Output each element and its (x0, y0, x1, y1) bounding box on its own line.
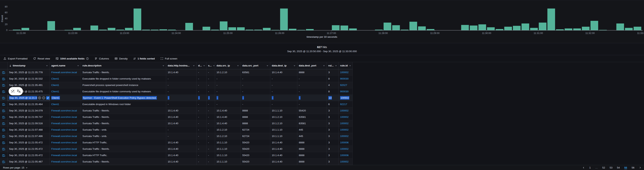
chevron-down-icon[interactable] (213, 65, 215, 67)
cell-src_ip[interactable]: 10.1.2.10 (215, 69, 241, 76)
cell-agent[interactable]: Firewall.ssnrshnn.local (50, 159, 81, 165)
expand-row-button[interactable] (0, 101, 7, 107)
cell-desc[interactable]: Suricata Traffic - smb. (81, 133, 166, 139)
cell-dest_port[interactable]: 63581 (297, 120, 327, 127)
cell-s[interactable]: - (206, 152, 215, 159)
toolbar-reset-view[interactable]: Reset view (33, 57, 50, 60)
chevron-down-icon[interactable] (266, 65, 268, 67)
toolbar-1-fields-sorted[interactable]: 1 fields sorted (133, 57, 155, 60)
cell-timestamp[interactable]: Sep 30, 2025 @ 11:21:3 (8, 95, 50, 101)
cell-src_ip[interactable]: - (215, 88, 241, 95)
cell-desc[interactable]: Suricata Traffic - fileinfo. (81, 146, 166, 152)
cell-dest_ip[interactable]: 10.1.1.10 (270, 108, 297, 114)
cell-timestamp[interactable]: Sep 30, 2025 @ 11:21:07.488 (8, 127, 50, 133)
cell-desc[interactable]: Powershell process spawned powershell in… (81, 82, 166, 88)
cell-value-agent[interactable]: Firewall.ssnrshnn.local (51, 148, 77, 150)
cell-value-agent[interactable]: Firewall.ssnrshnn.local (51, 122, 77, 125)
pagination-next[interactable] (639, 167, 641, 169)
cell-http_host[interactable]: 10.1.4.40 (166, 120, 197, 127)
info-icon[interactable] (86, 57, 89, 60)
expand-row-button[interactable] (0, 152, 7, 158)
cell-value-agent[interactable]: Client1 (51, 90, 59, 93)
cell-src_port[interactable]: 55420 (241, 159, 270, 165)
cell-http_host[interactable]: 10.1.4.40 (166, 139, 197, 146)
cell-agent[interactable]: Firewall.ssnrshnn.local (50, 108, 81, 114)
toolbar-1044-available-fields[interactable]: 1044 available fields (56, 57, 89, 60)
toolbar-columns[interactable]: Columns (94, 57, 109, 60)
cell-src_ip[interactable]: 10.1.1.10 (215, 159, 241, 165)
cell-value-rule_id[interactable]: 100006 (340, 154, 348, 157)
cell-src_ip[interactable]: 10.1.4.40 (215, 120, 241, 127)
chevron-down-icon[interactable] (77, 65, 79, 67)
column-header-dest_ip[interactable]: data.dest_ip (270, 62, 297, 69)
chevron-down-icon[interactable] (293, 65, 296, 67)
cell-rule_id[interactable]: 92027 (338, 82, 353, 88)
cell-value-rule_id[interactable]: 100006 (340, 141, 348, 144)
rows-per-page-button[interactable]: Rows per page: 15 (3, 166, 28, 169)
cell-src_port[interactable]: 55420 (241, 152, 270, 159)
cell-src_ip[interactable]: - (215, 76, 241, 82)
cell-d[interactable]: - (197, 69, 206, 76)
cell-http_host[interactable]: - (166, 82, 197, 88)
cell-s[interactable]: - (206, 82, 215, 88)
cell-src_ip[interactable]: 10.1.4.40 (215, 114, 241, 120)
cell-rule_level[interactable]: 3 (327, 159, 338, 165)
cell-s[interactable]: - (206, 120, 215, 127)
cell-dest_port[interactable]: 8888 (297, 146, 327, 152)
chevron-down-icon[interactable] (203, 65, 205, 67)
cell-value-rule_id[interactable]: 900030 (340, 77, 348, 80)
cell-rule_id[interactable]: 100002 (338, 159, 353, 165)
cell-rule_level[interactable]: 3 (327, 127, 338, 133)
cell-desc[interactable]: Suricata HTTP Traffic. (81, 152, 166, 159)
cell-rule_level[interactable]: 13 (327, 95, 338, 101)
cell-src_ip[interactable]: - (215, 82, 241, 88)
cell-rule_id[interactable]: 900030 (338, 76, 353, 82)
cell-dest_ip[interactable]: 10.1.4.40 (270, 152, 297, 159)
cell-dest_ip[interactable]: 10.1.4.40 (270, 146, 297, 152)
cell-desc[interactable]: Suricata Traffic - fileinfo. (81, 69, 166, 76)
toolbar-export-formatted[interactable]: Export Formatted (4, 57, 28, 60)
cell-agent[interactable]: Client1 (50, 82, 81, 88)
cell-timestamp[interactable]: Sep 30, 2025 @ 11:21:09.737 (8, 114, 50, 120)
expand-row-button[interactable] (0, 159, 7, 165)
cell-value-agent[interactable]: Firewall.ssnrshnn.local (51, 128, 77, 131)
column-header-rule_level[interactable]: rul... (327, 62, 338, 69)
pagination-prev[interactable] (582, 167, 585, 169)
cell-src_port[interactable]: 62724 (241, 133, 270, 139)
cell-d[interactable]: - (197, 120, 206, 127)
cell-dest_ip[interactable]: - (270, 82, 297, 88)
cell-dest_port[interactable]: - (297, 82, 327, 88)
cell-desc[interactable]: Suricata Traffic - fileinfo. (81, 108, 166, 114)
chevron-down-icon[interactable] (323, 65, 325, 67)
cell-dest_port[interactable]: 445 (297, 133, 327, 139)
cell-dest_port[interactable]: 8888 (297, 152, 327, 159)
column-header-src_port[interactable]: data.src_port (241, 62, 270, 69)
cell-dest_port[interactable]: - (297, 95, 327, 101)
cell-value-agent[interactable]: Client1 (51, 77, 59, 80)
cell-d[interactable]: - (197, 146, 206, 152)
cell-dest_ip[interactable]: 10.1.1.10 (270, 133, 297, 139)
cell-src_ip[interactable]: - (215, 101, 241, 108)
cell-dest_ip[interactable]: 10.1.2.10 (270, 114, 297, 120)
cell-agent[interactable]: Firewall.ssnrshnn.local (50, 127, 81, 133)
cell-src_port[interactable]: 62724 (241, 127, 270, 133)
cell-rule_level[interactable]: 4 (327, 82, 338, 88)
cell-agent[interactable]: Client1 (50, 76, 81, 82)
cell-d[interactable]: - (197, 108, 206, 114)
cell-src_port[interactable]: - (241, 95, 270, 101)
cell-d[interactable]: - (197, 127, 206, 133)
cell-value-rule_id[interactable]: 92217 (340, 103, 347, 106)
cell-rule_id[interactable]: 100002 (338, 114, 353, 120)
cell-value-agent[interactable]: Firewall.ssnrshnn.local (51, 141, 77, 144)
cell-value-rule_id[interactable]: 900030 (340, 90, 348, 93)
cell-src_port[interactable]: 63581 (241, 69, 270, 76)
pagination-page-52[interactable]: 52 (602, 166, 605, 169)
cell-desc[interactable]: Executable file dropped in folder common… (81, 76, 166, 82)
cell-dest_port[interactable]: 445 (297, 127, 327, 133)
expand-row-button[interactable] (0, 95, 7, 101)
expand-row-button[interactable] (0, 69, 7, 75)
chevron-down-icon[interactable] (335, 65, 337, 67)
filter-for-icon[interactable] (38, 96, 41, 99)
cell-s[interactable]: - (206, 76, 215, 82)
expand-row-button[interactable] (0, 114, 7, 120)
